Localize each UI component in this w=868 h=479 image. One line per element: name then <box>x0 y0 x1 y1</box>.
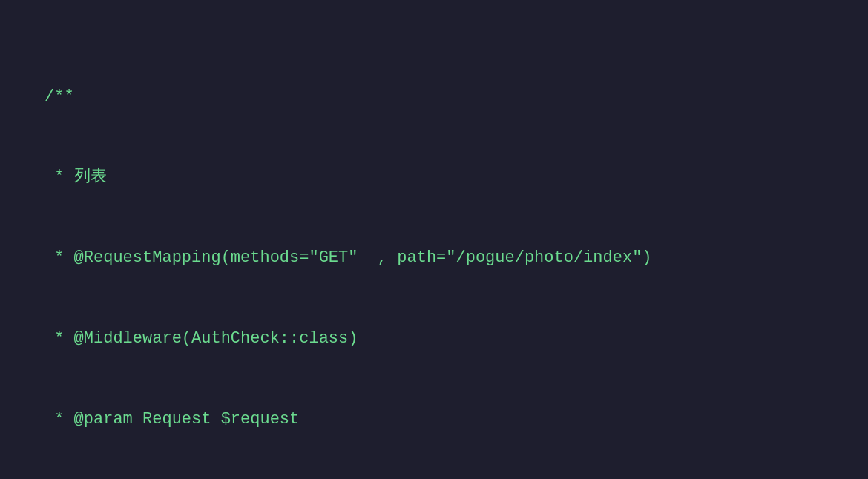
line-comment-open: /** <box>45 84 823 110</box>
line-comment-param: * @param Request $request <box>45 406 823 433</box>
line-comment-list: * 列表 <box>45 164 823 191</box>
code-container: /** * 列表 * @RequestMapping(methods="GET"… <box>0 0 868 479</box>
code-block: /** * 列表 * @RequestMapping(methods="GET"… <box>45 30 823 479</box>
line-comment-middleware: * @Middleware(AuthCheck::class) <box>45 326 823 352</box>
line-comment-mapping: * @RequestMapping(methods="GET" , path="… <box>45 245 823 271</box>
